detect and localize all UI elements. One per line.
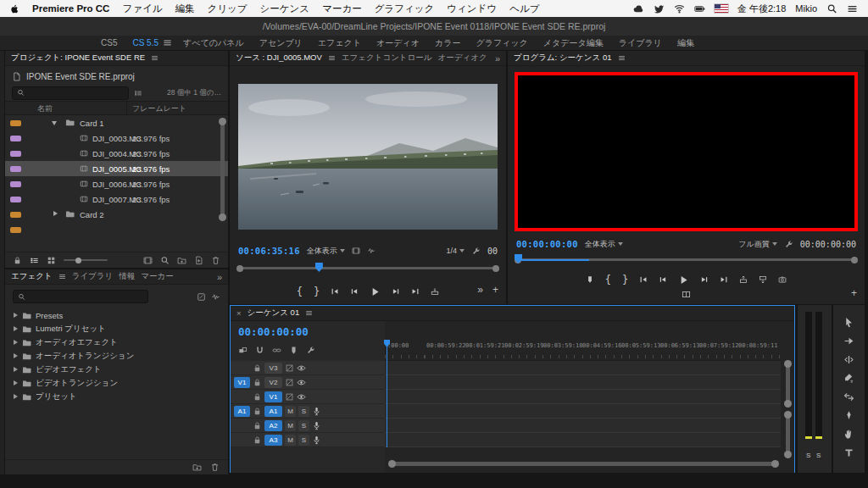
effects-search-input[interactable]	[29, 292, 143, 302]
wifi-icon[interactable]	[674, 3, 685, 14]
panel-menu-icon[interactable]	[58, 273, 66, 280]
automate-to-sequence-icon[interactable]	[143, 256, 153, 265]
chevron-down-icon[interactable]	[52, 121, 57, 125]
folder-label[interactable]: Lumetri プリセット	[36, 324, 106, 335]
cloud-sync-icon[interactable]	[633, 3, 644, 14]
timeline-track-area[interactable]: :00:00 00:00:59:22 00:01:59:21 00:02:59:…	[385, 321, 794, 473]
list-item-audio-effects[interactable]: オーディオエフェクト	[5, 336, 228, 349]
track-output-eye-icon[interactable]	[297, 392, 306, 402]
workspace-tab-metadata[interactable]: メタデータ編集	[536, 37, 611, 49]
folder-label[interactable]: ビデオエフェクト	[36, 364, 102, 375]
add-marker-button[interactable]	[586, 275, 594, 284]
source-patch-a1[interactable]: A1	[234, 406, 250, 417]
menu-item-clip[interactable]: クリップ	[207, 3, 247, 15]
lane-a2[interactable]	[385, 419, 781, 433]
workspace-tab-color[interactable]: カラー	[427, 37, 468, 49]
panel-menu-icon[interactable]	[151, 54, 159, 62]
work-area-bar[interactable]	[516, 259, 589, 261]
track-target-v2[interactable]: V2	[264, 377, 282, 388]
program-panel-tab[interactable]: プログラム: シーケンス 01	[514, 53, 612, 64]
chevron-right-icon[interactable]	[53, 211, 58, 216]
program-scrubber[interactable]	[516, 254, 856, 264]
add-button-editor[interactable]: +	[851, 288, 857, 298]
workspace-menu-icon[interactable]	[163, 38, 172, 47]
program-zoom-select[interactable]: 全体表示	[585, 239, 623, 250]
column-framerate[interactable]: フレームレート	[132, 103, 186, 114]
playhead-marker[interactable]	[315, 263, 323, 272]
pen-tool[interactable]	[843, 410, 854, 421]
track-lock-icon[interactable]	[253, 407, 262, 416]
apple-menu-icon[interactable]	[10, 4, 19, 14]
label-color-swatch[interactable]	[10, 181, 21, 187]
workspace-tab-editing[interactable]: 編集	[670, 37, 702, 49]
list-item-audio-transitions[interactable]: オーディオトランジション	[5, 349, 228, 363]
project-file-name[interactable]: IPONE Event SDE RE.prproj	[26, 72, 135, 81]
timeline-sequence-tab[interactable]: シーケンス 01	[248, 308, 300, 319]
chevron-right-icon[interactable]	[14, 326, 18, 331]
track-output-eye-icon[interactable]	[297, 363, 306, 373]
item-name[interactable]: Card 2	[80, 210, 104, 219]
go-to-out-button[interactable]	[720, 275, 728, 284]
folder-label[interactable]: オーディオトランジション	[36, 351, 134, 362]
track-lock-icon[interactable]	[253, 421, 262, 430]
new-bin-icon[interactable]	[177, 256, 186, 265]
chevron-right-icon[interactable]	[14, 340, 18, 345]
workspace-tab-cs5[interactable]: CS5	[93, 38, 125, 47]
voiceover-mic-icon[interactable]	[312, 407, 321, 416]
menu-item-marker[interactable]: マーカー	[322, 3, 362, 15]
notification-center-icon[interactable]	[847, 3, 858, 14]
thumbnail-zoom-slider[interactable]	[64, 259, 108, 261]
tab-effects[interactable]: エフェクト	[11, 271, 53, 282]
source-patch-slot[interactable]	[234, 363, 250, 374]
mute-button[interactable]: M	[285, 435, 296, 446]
track-lock-icon[interactable]	[253, 363, 262, 373]
chevron-right-icon[interactable]	[14, 313, 18, 318]
settings-wrench-icon[interactable]	[471, 247, 481, 256]
button-overflow-chevrons[interactable]: »	[477, 285, 483, 295]
solo-button[interactable]: S	[298, 406, 309, 417]
source-resolution-select[interactable]: 1/4	[446, 247, 465, 255]
mark-out-button[interactable]: }	[314, 286, 320, 297]
track-output-eye-icon[interactable]	[297, 378, 306, 387]
icon-view-icon[interactable]	[47, 256, 56, 265]
panel-menu-icon[interactable]	[328, 54, 336, 62]
workspace-tab-audio[interactable]: オーディオ	[369, 37, 427, 49]
zoom-handle-right[interactable]	[851, 257, 858, 263]
vertical-scrollbar[interactable]	[220, 120, 225, 219]
extract-button[interactable]	[759, 275, 767, 284]
menu-item-edit[interactable]: 編集	[175, 3, 194, 15]
step-forward-button[interactable]	[392, 287, 400, 296]
close-tab-icon[interactable]: ×	[236, 308, 242, 318]
table-row-clip[interactable]: DJI_0007.MC 23.976 fps	[5, 191, 228, 207]
track-lock-icon[interactable]	[253, 392, 262, 402]
meter-solo-right[interactable]: S	[816, 452, 821, 459]
selection-tool[interactable]	[843, 317, 854, 328]
source-patch-slot[interactable]	[234, 435, 250, 446]
lane-a1[interactable]	[385, 404, 781, 419]
timeline-horizontal-scrollbar[interactable]	[392, 462, 776, 466]
go-to-in-button[interactable]	[331, 287, 339, 296]
voiceover-mic-icon[interactable]	[312, 421, 321, 430]
menu-item-graphics[interactable]: グラフィック	[375, 3, 435, 15]
program-timecode[interactable]: 00:00:00:00	[516, 239, 578, 249]
meter-solo-left[interactable]: S	[806, 452, 810, 459]
tab-overflow-chevrons[interactable]: »	[495, 53, 500, 64]
workspace-tab-graphics[interactable]: グラフィック	[468, 37, 535, 49]
mark-in-button[interactable]: {	[605, 274, 611, 285]
track-lock-icon[interactable]	[253, 435, 262, 445]
audio-effects-filter-icon[interactable]	[211, 292, 220, 302]
menu-item-file[interactable]: ファイル	[122, 3, 162, 15]
scrubber-track[interactable]	[238, 267, 498, 269]
source-timecode[interactable]: 00:06:35:16	[238, 246, 300, 256]
mark-in-button[interactable]: {	[297, 286, 303, 297]
track-sync-lock-icon[interactable]	[285, 392, 294, 402]
find-icon[interactable]	[160, 256, 170, 265]
track-target-v1[interactable]: V1	[264, 391, 282, 402]
table-row-bin-card2[interactable]: Card 2	[5, 207, 228, 222]
overwrite-button[interactable]	[431, 287, 439, 296]
program-video-preview-red-annotation[interactable]	[515, 72, 858, 231]
settings-wrench-icon[interactable]	[784, 240, 793, 249]
menu-bar-clock[interactable]: 金 午後2:18	[737, 3, 786, 15]
menu-item-sequence[interactable]: シーケンス	[260, 3, 310, 15]
play-button[interactable]	[370, 286, 381, 297]
